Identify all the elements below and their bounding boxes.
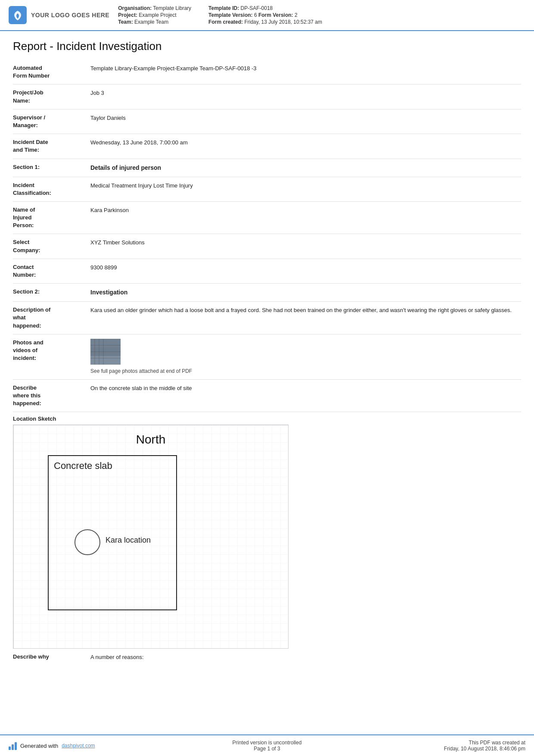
field-value-automated: Template Library-Example Project-Example… xyxy=(90,64,521,80)
field-label-section1: Section 1: xyxy=(13,163,90,172)
field-value-company: XYZ Timber Solutions xyxy=(90,238,521,254)
report-title: Report - Incident Investigation xyxy=(13,40,521,53)
field-label-injured: Name ofInjuredPerson: xyxy=(13,206,90,230)
field-label-contact: ContactNumber: xyxy=(13,263,90,279)
field-label-supervisor: Supervisor /Manager: xyxy=(13,114,90,129)
field-section1: Section 1: Details of injured person xyxy=(13,159,521,177)
header: YOUR LOGO GOES HERE Organisation: Templa… xyxy=(0,0,534,31)
sketch-north-label: North xyxy=(136,433,165,447)
field-incident-classification: IncidentClassification: Medical Treatmen… xyxy=(13,177,521,202)
footer-right: This PDF was created at Friday, 10 Augus… xyxy=(353,740,525,752)
bar-3 xyxy=(15,742,17,750)
field-value-injured: Kara Parkinson xyxy=(90,206,521,230)
header-meta-left: Organisation: Template Library Project: … xyxy=(118,5,191,25)
field-label-description: Description ofwhathappened: xyxy=(13,306,90,330)
logo-area: YOUR LOGO GOES HERE xyxy=(9,5,109,25)
field-label-why: Describe why xyxy=(13,653,90,662)
header-meta: Organisation: Template Library Project: … xyxy=(118,5,525,25)
field-supervisor: Supervisor /Manager: Taylor Daniels xyxy=(13,109,521,134)
form-created-line: Form created: Friday, 13 July 2018, 10:5… xyxy=(208,19,322,25)
template-id-line: Template ID: DP-SAF-0018 xyxy=(208,5,322,11)
field-value-where: On the concrete slab in the middle of si… xyxy=(90,384,521,408)
sketch-container: North Concrete slab Kara location xyxy=(13,425,289,649)
photo-caption: See full page photos attached at end of … xyxy=(90,367,521,375)
team-line: Team: Example Team xyxy=(118,19,191,25)
field-automated-form-number: AutomatedForm Number Template Library-Ex… xyxy=(13,60,521,84)
field-value-section2: Investigation xyxy=(90,288,521,297)
field-value-supervisor: Taylor Daniels xyxy=(90,114,521,129)
footer-link[interactable]: dashpivot.com xyxy=(62,743,95,749)
sketch-label: Location Sketch xyxy=(13,415,521,422)
field-value-incident-date: Wednesday, 13 June 2018, 7:00:00 am xyxy=(90,138,521,154)
sketch-section: Location Sketch North Concrete slab xyxy=(13,415,521,649)
field-value-contact: 9300 8899 xyxy=(90,263,521,279)
template-version-line: Template Version: 6 Form Version: 2 xyxy=(208,12,322,18)
footer: Generated with dashpivot.com Printed ver… xyxy=(0,734,534,756)
logo-text: YOUR LOGO GOES HERE xyxy=(31,12,109,19)
field-photos: Photos andvideos ofincident: xyxy=(13,334,521,380)
field-label-classification: IncidentClassification: xyxy=(13,181,90,197)
field-label-photos: Photos andvideos ofincident: xyxy=(13,339,90,375)
sketch-kara-label: Kara location xyxy=(106,536,151,545)
field-value-photos: See full page photos attached at end of … xyxy=(90,339,521,375)
field-value-classification: Medical Treatment Injury Lost Time Injur… xyxy=(90,181,521,197)
org-line: Organisation: Template Library xyxy=(118,5,191,11)
field-label-incident-date: Incident Dateand Time: xyxy=(13,138,90,154)
field-value-section1: Details of injured person xyxy=(90,163,521,172)
sketch-kara-circle xyxy=(75,529,100,555)
field-describe-why: Describe why A number of reasons: xyxy=(13,649,521,666)
field-label-automated: AutomatedForm Number xyxy=(13,64,90,80)
field-description: Description ofwhathappened: Kara used an… xyxy=(13,302,521,334)
footer-center: Printed version is uncontrolled Page 1 o… xyxy=(181,740,353,752)
field-project-job: Project/JobName: Job 3 xyxy=(13,84,521,109)
field-injured-person: Name ofInjuredPerson: Kara Parkinson xyxy=(13,202,521,234)
project-line: Project: Example Project xyxy=(118,12,191,18)
field-incident-date: Incident Dateand Time: Wednesday, 13 Jun… xyxy=(13,134,521,159)
field-value-project: Job 3 xyxy=(90,89,521,104)
logo-icon xyxy=(9,6,27,24)
field-label-project: Project/JobName: xyxy=(13,89,90,104)
field-company: SelectCompany: XYZ Timber Solutions xyxy=(13,234,521,259)
field-section2: Section 2: Investigation xyxy=(13,284,521,302)
bar-2 xyxy=(12,744,14,750)
field-label-company: SelectCompany: xyxy=(13,238,90,254)
sketch-concrete-label: Concrete slab xyxy=(54,460,112,472)
photo-thumbnail xyxy=(90,339,121,365)
field-label-section2: Section 2: xyxy=(13,288,90,297)
field-value-why: A number of reasons: xyxy=(90,653,521,662)
field-describe-where: Describewhere thishappened: On the concr… xyxy=(13,380,521,412)
bar-1 xyxy=(9,747,11,750)
field-contact: ContactNumber: 9300 8899 xyxy=(13,259,521,284)
footer-left: Generated with dashpivot.com xyxy=(9,741,181,750)
sketch-inner-box: Concrete slab Kara location xyxy=(48,455,177,610)
field-value-description: Kara used an older grinder which had a l… xyxy=(90,306,521,330)
footer-logo-bars xyxy=(9,741,17,750)
header-meta-right: Template ID: DP-SAF-0018 Template Versio… xyxy=(208,5,322,25)
field-label-where: Describewhere thishappened: xyxy=(13,384,90,408)
footer-generated-text: Generated with xyxy=(20,743,58,749)
main-content: Report - Incident Investigation Automate… xyxy=(0,31,534,700)
